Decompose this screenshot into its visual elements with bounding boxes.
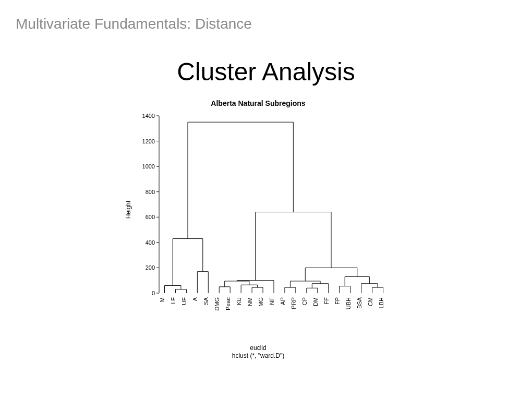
chart-plot-area: Height 0200400600800100012001400MLFUFASA… (123, 111, 394, 309)
svg-text:KU: KU (236, 297, 242, 305)
svg-text:FF: FF (323, 297, 330, 305)
svg-text:FP: FP (334, 297, 341, 305)
svg-text:LBH: LBH (378, 297, 384, 308)
svg-text:Peac: Peac (225, 297, 231, 311)
svg-text:A: A (192, 297, 198, 301)
chart-title: Alberta Natural Subregions (123, 99, 394, 107)
caption-distance: euclid (250, 344, 266, 352)
svg-text:0: 0 (152, 290, 155, 296)
svg-text:1400: 1400 (142, 113, 155, 119)
caption-method: hclust (*, "ward.D") (232, 352, 285, 359)
svg-text:400: 400 (146, 239, 155, 246)
svg-text:CM: CM (367, 297, 373, 306)
y-axis-label: Height (125, 201, 132, 219)
svg-text:NM: NM (247, 297, 253, 306)
chart-caption: euclid hclust (*, "ward.D") (123, 344, 394, 360)
svg-text:SA: SA (203, 297, 209, 305)
svg-text:PRP: PRP (291, 297, 297, 309)
svg-text:AP: AP (280, 297, 286, 305)
svg-text:LF: LF (170, 297, 176, 304)
svg-text:DMG: DMG (214, 297, 220, 311)
dendrogram-svg: 0200400600800100012001400MLFUFASADMGPeac… (123, 111, 394, 340)
svg-text:600: 600 (146, 214, 155, 220)
svg-text:BSA: BSA (356, 297, 362, 309)
slide-header: Multivariate Fundamentals: Distance (16, 16, 252, 32)
svg-text:NF: NF (269, 297, 275, 305)
svg-text:1200: 1200 (142, 138, 155, 144)
svg-text:UBH: UBH (345, 297, 352, 309)
svg-text:800: 800 (146, 189, 155, 195)
slide-title: Cluster Analysis (0, 57, 532, 86)
svg-text:MG: MG (258, 297, 264, 307)
svg-text:200: 200 (146, 264, 155, 271)
svg-text:UF: UF (181, 297, 187, 305)
svg-text:CP: CP (301, 297, 308, 305)
svg-text:M: M (159, 297, 165, 302)
dendrogram-chart: Alberta Natural Subregions Height 020040… (123, 99, 394, 360)
slide: Multivariate Fundamentals: Distance Clus… (0, 0, 532, 399)
svg-text:DM: DM (312, 297, 319, 306)
svg-text:1000: 1000 (142, 163, 155, 170)
